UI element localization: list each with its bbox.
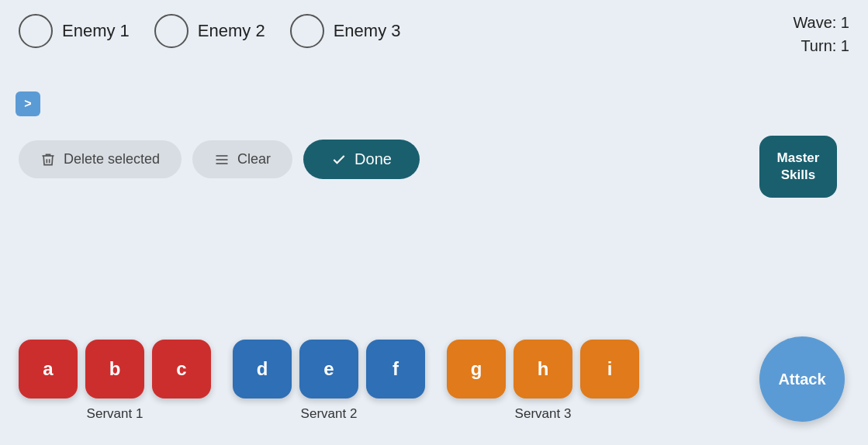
wave-label: Wave: 1 <box>793 11 849 34</box>
enemy-item-2: Enemy 2 <box>154 14 265 48</box>
done-button[interactable]: Done <box>303 140 420 179</box>
enemy-3-circle[interactable] <box>290 14 324 48</box>
enemy-2-circle[interactable] <box>154 14 188 48</box>
clear-label: Clear <box>237 151 271 167</box>
enemy-3-label: Enemy 3 <box>334 21 401 41</box>
servant-3-label: Servant 3 <box>515 406 572 422</box>
servants-area: a b c Servant 1 d e f Servant 2 g h i Se… <box>19 340 759 422</box>
servant-2-card-d[interactable]: d <box>233 340 292 398</box>
servant-3-cards: g h i <box>447 340 639 398</box>
turn-label: Turn: 1 <box>793 34 849 57</box>
servant-1-card-b[interactable]: b <box>85 340 144 398</box>
enemy-item-3: Enemy 3 <box>290 14 401 48</box>
servant-2-cards: d e f <box>233 340 425 398</box>
wave-turn-info: Wave: 1 Turn: 1 <box>793 11 849 57</box>
master-skills-label: MasterSkills <box>777 150 820 184</box>
enemy-2-label: Enemy 2 <box>198 21 265 41</box>
servant-2-card-e[interactable]: e <box>299 340 358 398</box>
servant-2-group: d e f Servant 2 <box>233 340 425 422</box>
servant-1-label: Servant 1 <box>87 406 144 422</box>
servant-3-card-h[interactable]: h <box>514 340 572 398</box>
servant-1-card-c[interactable]: c <box>152 340 211 398</box>
arrow-icon: > <box>24 97 31 111</box>
servant-1-group: a b c Servant 1 <box>19 340 211 422</box>
enemy-item-1: Enemy 1 <box>19 14 130 48</box>
checkmark-icon <box>331 152 347 167</box>
delete-selected-button[interactable]: Delete selected <box>19 140 182 178</box>
clear-lines-icon <box>214 152 230 167</box>
master-skills-button[interactable]: MasterSkills <box>759 136 837 198</box>
clear-button[interactable]: Clear <box>192 140 292 178</box>
servant-3-card-i[interactable]: i <box>580 340 639 398</box>
servant-1-card-a[interactable]: a <box>19 340 78 398</box>
attack-label: Attack <box>778 371 825 388</box>
servant-1-cards: a b c <box>19 340 211 398</box>
done-label: Done <box>354 150 392 168</box>
arrow-button[interactable]: > <box>16 91 40 116</box>
servant-2-label: Servant 2 <box>301 406 358 422</box>
attack-button[interactable]: Attack <box>759 336 845 422</box>
servant-3-group: g h i Servant 3 <box>447 340 639 422</box>
servant-3-card-g[interactable]: g <box>447 340 506 398</box>
trash-icon <box>40 152 56 167</box>
enemy-1-circle[interactable] <box>19 14 53 48</box>
action-bar: Delete selected Clear Done <box>19 140 420 179</box>
enemy-1-label: Enemy 1 <box>62 21 130 41</box>
top-bar: Enemy 1 Enemy 2 Enemy 3 <box>0 0 868 48</box>
servant-2-card-f[interactable]: f <box>366 340 425 398</box>
delete-label: Delete selected <box>64 151 160 167</box>
